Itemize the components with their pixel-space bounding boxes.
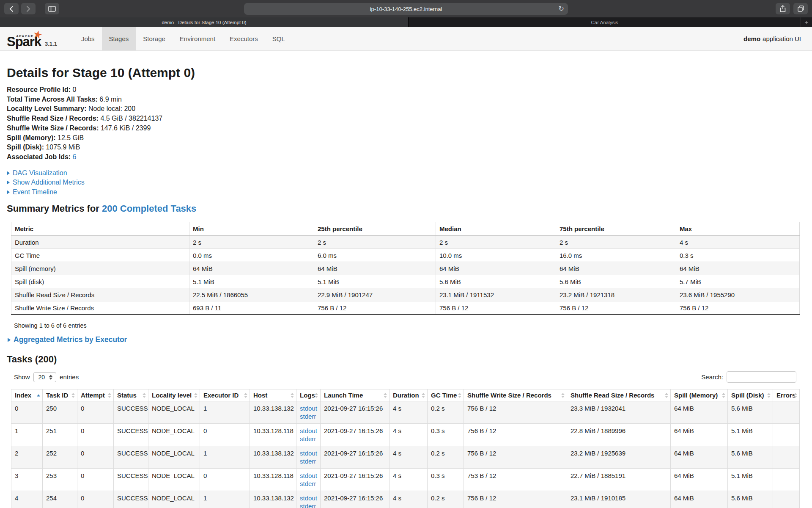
task-cell: 1 — [200, 401, 250, 424]
task-cell: 0.3 s — [428, 424, 464, 446]
aggregated-metrics-toggle[interactable]: Aggregated Metrics by Executor — [8, 335, 799, 344]
summary-cell: 0.3 s — [676, 249, 800, 262]
summary-cell: 756 B / 12 — [556, 301, 676, 315]
tasks-col-spill-disk-[interactable]: Spill (Disk) — [728, 389, 773, 401]
summary-cell: 5.6 MiB — [556, 275, 676, 288]
spark-logo[interactable]: APACHE Spark ★ — [7, 29, 43, 50]
nav-item-sql[interactable]: SQL — [265, 27, 292, 50]
tasks-table: IndexTask IDAttemptStatusLocality levelE… — [11, 389, 800, 508]
summary-heading-prefix: Summary Metrics for — [7, 203, 102, 214]
task-cell: 64 MiB — [671, 401, 728, 424]
toggle-link-dag-visualization[interactable]: DAG Visualization — [13, 168, 67, 178]
detail-label: Associated Job Ids: — [7, 153, 73, 160]
task-cell: 2021-09-27 16:15:26 — [321, 446, 390, 469]
associated-job-link[interactable]: 6 — [73, 153, 77, 160]
summary-row: Spill (disk)5.1 MiB5.1 MiB5.6 MiB5.6 MiB… — [11, 275, 800, 288]
stderr-link[interactable]: stderr — [300, 480, 317, 488]
stdout-link[interactable]: stdout — [300, 427, 317, 435]
nav-item-jobs[interactable]: Jobs — [74, 27, 102, 50]
tasks-col-index[interactable]: Index — [11, 389, 43, 401]
summary-row: Shuffle Write Size / Records693 B / 1175… — [11, 301, 800, 315]
task-cell: SUCCESS — [114, 424, 148, 446]
summary-cell: 64 MiB — [556, 262, 676, 275]
stdout-link[interactable]: stdout — [300, 494, 317, 502]
task-cell: 23.1 MiB / 1910185 — [567, 491, 671, 508]
stderr-link[interactable]: stderr — [300, 502, 317, 508]
task-cell: NODE_LOCAL — [148, 491, 200, 508]
forward-icon[interactable] — [21, 3, 36, 14]
summary-cell: Shuffle Read Size / Records — [11, 288, 189, 301]
task-cell: 5.1 MiB — [728, 424, 773, 446]
tasks-col-launch-time[interactable]: Launch Time — [321, 389, 390, 401]
toggle-line-0[interactable]: DAG Visualization — [7, 168, 799, 178]
tasks-col-status[interactable]: Status — [114, 389, 148, 401]
summary-cell: 2 s — [556, 236, 676, 249]
summary-cell: 16.0 ms — [556, 249, 676, 262]
completed-tasks-link[interactable]: 200 Completed Tasks — [102, 203, 196, 214]
toggle-link-show-additional-metrics[interactable]: Show Additional Metrics — [13, 178, 85, 188]
stdout-link[interactable]: stdout — [300, 404, 317, 412]
search-input[interactable] — [727, 371, 796, 383]
stderr-link[interactable]: stderr — [300, 412, 317, 420]
task-cell: 22.7 MiB / 1885191 — [567, 469, 671, 491]
share-icon[interactable] — [776, 3, 790, 14]
nav-item-stages[interactable]: Stages — [102, 27, 136, 50]
task-cell: 64 MiB — [671, 446, 728, 469]
browser-tab-1[interactable]: Car Analysis — [408, 17, 801, 27]
summary-cell: Spill (memory) — [11, 262, 189, 275]
tasks-col-task-id[interactable]: Task ID — [43, 389, 77, 401]
tasks-col-host[interactable]: Host — [250, 389, 296, 401]
task-cell: 4 s — [390, 491, 428, 508]
nav-item-environment[interactable]: Environment — [173, 27, 222, 50]
tasks-col-gc-time[interactable]: GC Time — [428, 389, 464, 401]
task-cell: 10.33.128.118 — [250, 424, 296, 446]
tasks-col-locality-level[interactable]: Locality level — [148, 389, 200, 401]
tasks-col-shuffle-write-size-records[interactable]: Shuffle Write Size / Records — [464, 389, 567, 401]
sort-arrows-icon — [458, 393, 461, 398]
sidebar-toggle-icon[interactable] — [45, 3, 59, 14]
entries-label: entries — [60, 373, 79, 381]
task-cell: 5.6 MiB — [728, 401, 773, 424]
task-row: 32530SUCCESSNODE_LOCAL010.33.128.118stdo… — [11, 469, 800, 491]
summary-col-min: Min — [189, 222, 314, 236]
toggle-line-1[interactable]: Show Additional Metrics — [7, 178, 799, 188]
task-cell: 4 s — [390, 424, 428, 446]
task-cell — [773, 491, 800, 508]
sort-arrows-icon — [722, 393, 725, 398]
toggle-line-2[interactable]: Event Timeline — [7, 188, 799, 197]
chevron-right-icon — [8, 338, 11, 342]
task-cell: 0.3 s — [428, 469, 464, 491]
tasks-col-spill-memory-[interactable]: Spill (Memory) — [671, 389, 728, 401]
tasks-col-errors[interactable]: Errors — [773, 389, 800, 401]
toggle-link-event-timeline[interactable]: Event Timeline — [13, 188, 57, 197]
tasks-col-executor-id[interactable]: Executor ID — [200, 389, 250, 401]
summary-cell: 2 s — [314, 236, 436, 249]
stdout-link[interactable]: stdout — [300, 472, 317, 480]
back-icon[interactable] — [4, 3, 19, 14]
tasks-col-logs[interactable]: Logs — [296, 389, 321, 401]
tasks-col-duration[interactable]: Duration — [390, 389, 428, 401]
tab-overview-icon[interactable] — [793, 3, 808, 14]
task-cell: NODE_LOCAL — [148, 469, 200, 491]
nav-item-executors[interactable]: Executors — [222, 27, 265, 50]
summary-cell: 23.6 MiB / 1955290 — [676, 288, 800, 301]
detail-line-1: Total Time Across All Tasks: 6.9 min — [7, 95, 799, 105]
task-cell: 4 s — [390, 401, 428, 424]
reload-icon[interactable]: ↻ — [559, 5, 564, 13]
browser-tab-0[interactable]: demo - Details for Stage 10 (Attempt 0) — [0, 17, 408, 27]
address-bar[interactable]: ip-10-33-140-255.ec2.internal ↻ — [244, 3, 568, 15]
summary-metrics-table: MetricMin25th percentileMedian75th perce… — [11, 222, 800, 315]
stdout-link[interactable]: stdout — [300, 449, 317, 457]
page-size-select[interactable]: 20 — [33, 372, 57, 382]
detail-line-7: Associated Job Ids: 6 — [7, 152, 799, 162]
summary-col-75th-percentile: 75th percentile — [556, 222, 676, 236]
task-cell: 0 — [77, 469, 114, 491]
tasks-col-attempt[interactable]: Attempt — [77, 389, 114, 401]
spark-star-icon: ★ — [32, 28, 44, 41]
stderr-link[interactable]: stderr — [300, 435, 317, 443]
tasks-col-shuffle-read-size-records[interactable]: Shuffle Read Size / Records — [567, 389, 671, 401]
aggregated-metrics-link[interactable]: Aggregated Metrics by Executor — [14, 335, 127, 344]
new-tab-button[interactable]: + — [801, 17, 812, 27]
nav-item-storage[interactable]: Storage — [136, 27, 173, 50]
stderr-link[interactable]: stderr — [300, 457, 317, 465]
